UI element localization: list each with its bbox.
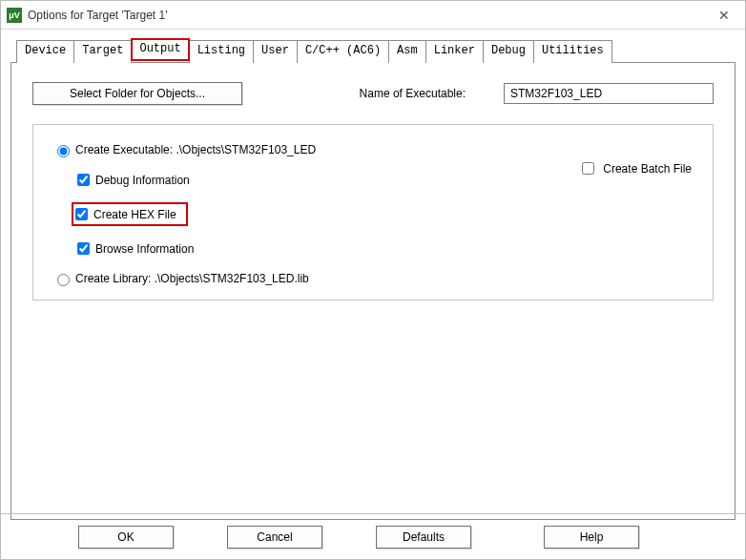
tab-asm[interactable]: Asm [388, 40, 426, 63]
ok-button[interactable]: OK [78, 526, 174, 549]
tab-strip: Device Target Output Listing User C/C++ … [16, 39, 736, 62]
help-button[interactable]: Help [544, 526, 639, 549]
browse-info-label: Browse Information [95, 242, 194, 256]
create-library-radio[interactable] [57, 274, 70, 286]
executable-name-input[interactable] [504, 83, 714, 104]
cancel-button[interactable]: Cancel [227, 526, 322, 549]
create-executable-radio[interactable] [57, 145, 70, 157]
create-hex-row[interactable]: Create HEX File [52, 202, 694, 226]
tab-user[interactable]: User [253, 40, 298, 63]
debug-info-label: Debug Information [95, 174, 190, 187]
tab-cpp[interactable]: C/C++ (AC6) [297, 40, 389, 63]
app-icon: μV [7, 8, 22, 23]
tab-target[interactable]: Target [73, 40, 132, 63]
window-title: Options for Target 'Target 1' [28, 9, 167, 22]
create-library-radio-row[interactable]: Create Library: .\Objects\STM32F103_LED.… [52, 271, 694, 286]
tab-listing[interactable]: Listing [189, 40, 254, 63]
output-options-group: Create Executable: .\Objects\STM32F103_L… [32, 124, 714, 301]
create-batch-checkbox[interactable] [582, 162, 594, 175]
output-panel: Select Folder for Objects... Name of Exe… [10, 62, 736, 520]
create-executable-radio-row[interactable]: Create Executable: .\Objects\STM32F103_L… [52, 142, 694, 157]
browse-info-checkbox[interactable] [77, 242, 90, 255]
tab-linker[interactable]: Linker [425, 40, 484, 63]
select-folder-button[interactable]: Select Folder for Objects... [32, 82, 242, 105]
create-hex-checkbox[interactable] [75, 208, 88, 220]
tab-device[interactable]: Device [16, 40, 74, 63]
create-hex-label: Create HEX File [93, 208, 176, 221]
tab-debug[interactable]: Debug [483, 40, 534, 63]
title-bar: μV Options for Target 'Target 1' ✕ [1, 1, 745, 30]
create-executable-label: Create Executable: .\Objects\STM32F103_L… [75, 143, 316, 156]
tab-utilities[interactable]: Utilities [533, 40, 612, 63]
debug-info-checkbox[interactable] [77, 174, 90, 186]
create-library-label: Create Library: .\Objects\STM32F103_LED.… [75, 272, 309, 285]
browse-info-row[interactable]: Browse Information [73, 239, 694, 258]
defaults-button[interactable]: Defaults [376, 526, 471, 549]
dialog-footer: OK Cancel Defaults Help [1, 513, 745, 559]
name-of-executable-label: Name of Executable: [360, 87, 466, 100]
tab-output[interactable]: Output [131, 38, 189, 61]
create-batch-label: Create Batch File [603, 162, 692, 176]
close-icon[interactable]: ✕ [709, 8, 739, 23]
create-batch-row[interactable]: Create Batch File [578, 159, 692, 177]
